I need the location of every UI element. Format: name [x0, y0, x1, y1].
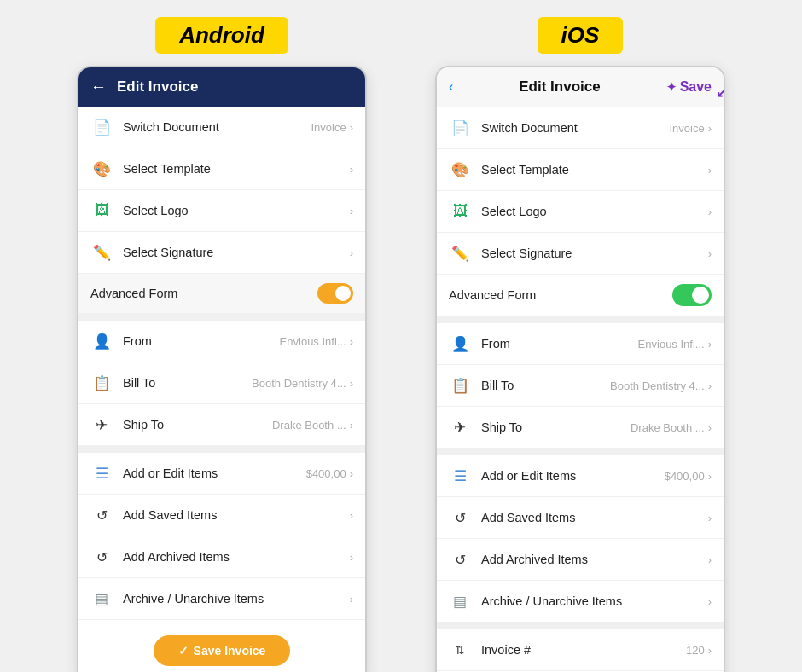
ios-select-signature[interactable]: ✏️ Select Signature › [437, 233, 724, 275]
ios-add-edit-items[interactable]: ☰ Add or Edit Items $400,00 › [437, 455, 724, 497]
ios-menu-list: 📄 Switch Document Invoice › 🎨 Select Tem… [437, 107, 724, 672]
ios-select-logo[interactable]: 🖼 Select Logo › [437, 191, 724, 233]
platforms-row: Android ← Edit Invoice 📄 Switch Document… [17, 17, 785, 672]
switch-document-value: Invoice [669, 122, 704, 135]
select-logo-label: Select Logo [123, 204, 350, 217]
from-label: From [481, 337, 638, 350]
ios-archive-items[interactable]: ▤ Archive / Unarchive Items › [437, 581, 724, 623]
ios-bill-to[interactable]: 📋 Bill To Booth Dentistry 4... › [437, 365, 724, 407]
ios-save-label: Save [680, 79, 712, 95]
chevron-icon: › [708, 247, 712, 260]
chevron-icon: › [350, 335, 353, 348]
chevron-icon: › [350, 551, 353, 564]
select-logo-label: Select Logo [481, 205, 708, 218]
chevron-icon: › [708, 379, 712, 392]
archived-icon: ↺ [90, 546, 113, 568]
save-check-icon: ✓ [178, 644, 189, 658]
android-header: ← Edit Invoice [78, 67, 365, 107]
switch-document-value: Invoice [311, 121, 346, 134]
ship-to-value: Drake Booth ... [631, 421, 705, 434]
ios-add-archived-items[interactable]: ↺ Add Archived Items › [437, 539, 724, 581]
ios-switch-document[interactable]: 📄 Switch Document Invoice › [437, 107, 724, 149]
saved-icon: ↺ [449, 507, 471, 529]
ios-section-divider-3 [437, 623, 724, 629]
ios-header: ‹ Edit Invoice ✦ Save ↙ [437, 67, 724, 107]
android-add-edit-items[interactable]: ☰ Add or Edit Items $400,00 › [78, 453, 365, 495]
add-saved-items-label: Add Saved Items [123, 508, 350, 522]
chevron-icon: › [708, 421, 712, 434]
chevron-icon: › [708, 553, 712, 566]
ios-section-divider-1 [437, 316, 724, 323]
billto-icon: 📋 [449, 374, 471, 397]
android-bottom-bar: ✓ Save Invoice ↖ [78, 620, 365, 672]
android-label: Android [155, 17, 288, 54]
bill-to-label: Bill To [481, 379, 610, 392]
chevron-icon: › [350, 121, 353, 134]
add-edit-items-label: Add or Edit Items [481, 469, 665, 483]
pencil-icon: ✏️ [449, 242, 471, 264]
select-template-label: Select Template [481, 163, 708, 177]
ios-invoice-num[interactable]: ⇅ Invoice # 120 › [437, 629, 724, 671]
ios-add-saved-items[interactable]: ↺ Add Saved Items › [437, 497, 724, 539]
invoice-num-value: 120 [686, 644, 705, 657]
android-archive-items[interactable]: ▤ Archive / Unarchive Items › [78, 578, 365, 620]
bill-to-label: Bill To [123, 376, 252, 390]
add-edit-items-value: $400,00 [665, 470, 705, 483]
android-select-signature[interactable]: ✏️ Select Signature › [78, 232, 365, 274]
android-switch-document[interactable]: 📄 Switch Document Invoice › [78, 107, 365, 148]
chevron-icon: › [708, 206, 712, 218]
select-signature-label: Select Signature [481, 246, 708, 260]
shipto-icon: ✈ [90, 414, 113, 436]
select-signature-label: Select Signature [123, 246, 350, 259]
section-divider-1 [78, 314, 365, 321]
android-ship-to[interactable]: ✈ Ship To Drake Booth ... › [78, 404, 365, 446]
ios-phone: ‹ Edit Invoice ✦ Save ↙ 📄 Switch Documen… [435, 66, 725, 672]
ios-from[interactable]: 👤 From Envious Infl... › [437, 323, 724, 365]
back-arrow-icon[interactable]: ← [90, 78, 107, 96]
ios-back-button[interactable]: ‹ [449, 79, 453, 95]
archive-icon: ▤ [90, 588, 113, 610]
chevron-icon: › [350, 377, 353, 390]
document-icon: 📄 [449, 117, 471, 139]
ios-save-button[interactable]: ✦ Save ↙ [666, 79, 712, 95]
section-divider-2 [78, 446, 365, 453]
chevron-icon: › [708, 470, 712, 483]
person-icon: 👤 [449, 333, 471, 355]
ship-to-label: Ship To [123, 418, 272, 432]
android-add-saved-items[interactable]: ↺ Add Saved Items › [78, 495, 365, 536]
android-from[interactable]: 👤 From Envious Infl... › [78, 321, 365, 362]
add-archived-items-label: Add Archived Items [123, 550, 350, 564]
document-icon: 📄 [90, 116, 113, 138]
android-add-archived-items[interactable]: ↺ Add Archived Items › [78, 536, 365, 578]
billto-icon: 📋 [90, 372, 113, 394]
bill-to-value: Booth Dentistry 4... [252, 377, 346, 390]
advanced-form-toggle-ios[interactable] [672, 284, 712, 306]
android-phone: ← Edit Invoice 📄 Switch Document Invoice… [77, 66, 367, 672]
image-icon: 🖼 [449, 200, 471, 223]
add-edit-items-value: $400,00 [306, 467, 346, 480]
saved-icon: ↺ [90, 504, 113, 526]
ios-advanced-form[interactable]: Advanced Form [437, 275, 724, 316]
save-invoice-button[interactable]: ✓ Save Invoice ↖ [154, 635, 290, 666]
ios-ship-to[interactable]: ✈ Ship To Drake Booth ... › [437, 407, 724, 449]
chevron-icon: › [708, 644, 712, 657]
android-header-title: Edit Invoice [117, 78, 198, 96]
android-select-logo[interactable]: 🖼 Select Logo › [78, 190, 365, 232]
archived-icon: ↺ [449, 548, 471, 571]
chevron-icon: › [350, 419, 353, 432]
chevron-icon: › [350, 593, 353, 605]
android-select-template[interactable]: 🎨 Select Template › [78, 148, 365, 190]
archive-items-label: Archive / Unarchive Items [123, 592, 350, 605]
ios-select-template[interactable]: 🎨 Select Template › [437, 149, 724, 191]
ios-column: iOS ‹ Edit Invoice ✦ Save ↙ 📄 Switch Doc… [418, 17, 742, 672]
from-label: From [123, 334, 280, 348]
invoice-num-icon: ⇅ [449, 639, 471, 661]
items-icon: ☰ [90, 462, 113, 484]
android-bill-to[interactable]: 📋 Bill To Booth Dentistry 4... › [78, 362, 365, 404]
chevron-icon: › [350, 246, 353, 259]
android-advanced-form[interactable]: Advanced Form [78, 274, 365, 314]
advanced-form-toggle[interactable] [317, 283, 353, 304]
from-value: Envious Infl... [638, 338, 705, 350]
palette-icon: 🎨 [90, 158, 113, 180]
add-saved-items-label: Add Saved Items [481, 511, 708, 524]
